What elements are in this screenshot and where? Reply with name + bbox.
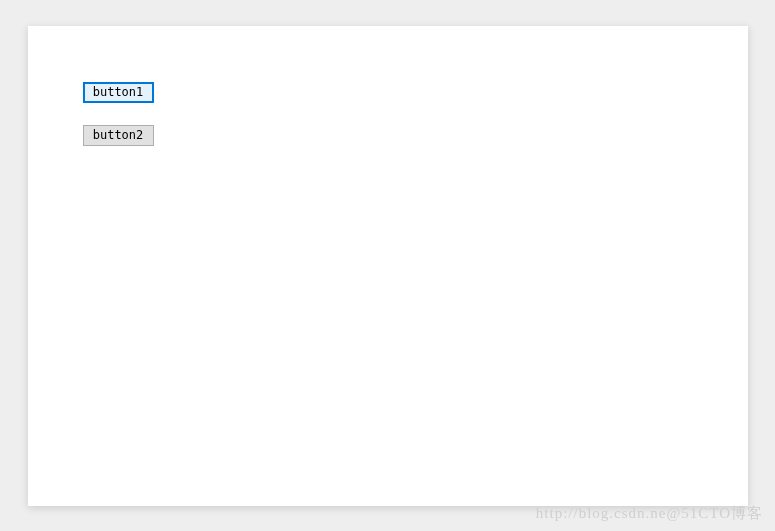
watermark-text: http://blog.csdn.ne@51CTO博客 <box>536 504 763 523</box>
main-panel: button1 button2 <box>28 26 748 506</box>
button2[interactable]: button2 <box>83 125 154 146</box>
button1[interactable]: button1 <box>83 82 154 103</box>
